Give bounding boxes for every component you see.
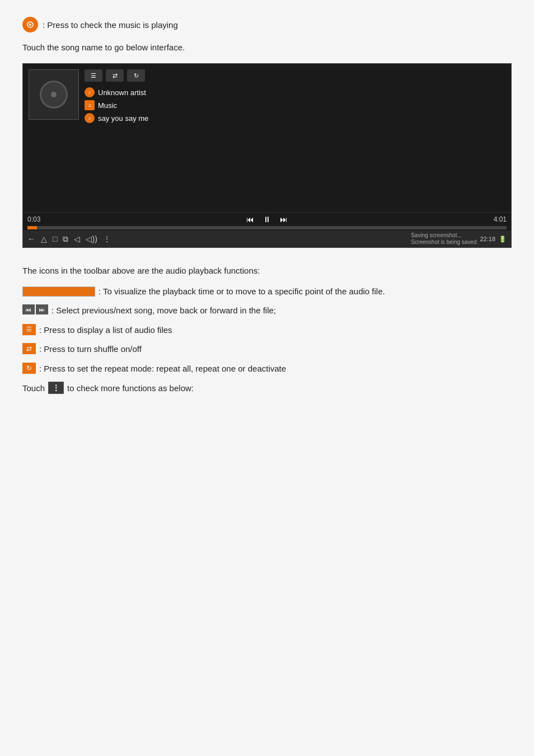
category-icon: ♫ <box>85 100 95 110</box>
disc-center <box>51 92 57 97</box>
list-desc: : Press to display a list of audio files <box>39 324 172 337</box>
more-options-button[interactable]: ⋮ <box>103 234 111 243</box>
feature-list: ☰ : Press to display a list of audio fil… <box>22 324 512 337</box>
list-icon-demo: ☰ <box>22 324 36 335</box>
music-player: ☰ ⇄ ↻ ♪ Unknown artist ♫ Music ♪ say you… <box>22 63 512 248</box>
description-section: The icons in the toolbar above are the a… <box>22 265 512 394</box>
repeat-desc: : Press to set the repeat mode: repeat a… <box>39 363 286 375</box>
system-status: Saving screenshot... Screenshot is being… <box>411 232 507 246</box>
vol-up-button[interactable]: ◁)) <box>86 234 97 243</box>
progress-bar-demo <box>22 287 95 297</box>
transport-controls: ⏮ ⏸ ⏭ <box>45 215 489 224</box>
player-bottom: 0:03 ⏮ ⏸ ⏭ 4:01 <box>23 212 511 231</box>
more-button-demo[interactable]: ⋮ <box>48 382 64 394</box>
check-music-text: : Press to check the music is playing <box>43 20 178 30</box>
progress-fill <box>27 226 37 229</box>
touch-label: Touch <box>22 383 45 393</box>
feature-shuffle: ⇄ : Press to turn shuffle on/off <box>22 343 512 356</box>
song-row[interactable]: ♪ say you say me <box>85 113 505 123</box>
feature-repeat: ↻ : Press to set the repeat mode: repeat… <box>22 363 512 375</box>
battery-icon: 🔋 <box>499 236 507 243</box>
next-demo: ⏭ <box>36 304 48 314</box>
multiwindow-button[interactable]: ⧉ <box>63 234 68 244</box>
back-button[interactable]: ← <box>27 234 35 243</box>
system-time: 22:18 <box>480 236 495 242</box>
prev-button[interactable]: ⏮ <box>246 215 254 224</box>
prev-demo: ⏮ <box>22 304 35 314</box>
touch-song-line: Touch the song name to go below interfac… <box>22 43 512 52</box>
music-check-icon <box>22 17 38 32</box>
song-name: say you say me <box>98 114 148 123</box>
vol-down-button[interactable]: ◁ <box>74 234 80 243</box>
artist-row: ♪ Unknown artist <box>85 87 505 97</box>
progress-bar[interactable] <box>27 226 507 229</box>
touch-more-line: Touch ⋮ to check more functions as below… <box>22 382 512 394</box>
feature-prevnext: ⏮ ⏭ : Select previous/next song, move ba… <box>22 304 512 317</box>
shuffle-desc: : Press to turn shuffle on/off <box>39 343 142 356</box>
svg-point-1 <box>29 24 31 26</box>
time-current: 0:03 <box>27 215 40 223</box>
touch-more-end: to check more functions as below: <box>67 383 194 393</box>
album-art-disc <box>40 81 68 109</box>
pause-button[interactable]: ⏸ <box>263 215 271 224</box>
home-button[interactable]: △ <box>41 234 47 243</box>
time-row: 0:03 ⏮ ⏸ ⏭ 4:01 <box>23 213 511 226</box>
repeat-button[interactable]: ↻ <box>127 69 145 82</box>
feature-progress: : To visualize the playback time or to m… <box>22 285 512 298</box>
system-bar: ← △ □ ⧉ ◁ ◁)) ⋮ Saving screenshot... Scr… <box>23 231 511 247</box>
artist-icon: ♪ <box>85 87 95 97</box>
player-info: ☰ ⇄ ↻ ♪ Unknown artist ♫ Music ♪ say you… <box>85 69 505 206</box>
artist-name: Unknown artist <box>98 88 146 97</box>
top-controls: ☰ ⇄ ↻ <box>85 69 505 82</box>
repeat-icon-demo: ↻ <box>22 363 36 374</box>
time-total: 4:01 <box>494 215 507 223</box>
toolbar-desc: The icons in the toolbar above are the a… <box>22 265 512 278</box>
player-main-area: ☰ ⇄ ↻ ♪ Unknown artist ♫ Music ♪ say you… <box>23 64 511 212</box>
shuffle-button[interactable]: ⇄ <box>106 69 124 82</box>
prevnext-desc: : Select previous/next song, move back o… <box>51 304 276 317</box>
list-button[interactable]: ☰ <box>85 69 102 82</box>
next-button[interactable]: ⏭ <box>280 215 288 224</box>
album-art <box>29 69 79 120</box>
recents-button[interactable]: □ <box>53 234 57 243</box>
progress-desc: : To visualize the playback time or to m… <box>99 285 385 298</box>
shuffle-icon-demo: ⇄ <box>22 343 36 354</box>
song-icon: ♪ <box>85 113 95 123</box>
prev-next-demo: ⏮ ⏭ <box>22 304 48 314</box>
saving-text-block: Saving screenshot... Screenshot is being… <box>411 232 476 246</box>
category-name: Music <box>98 101 117 110</box>
category-row: ♫ Music <box>85 100 505 110</box>
intro-line: : Press to check the music is playing <box>22 17 512 32</box>
